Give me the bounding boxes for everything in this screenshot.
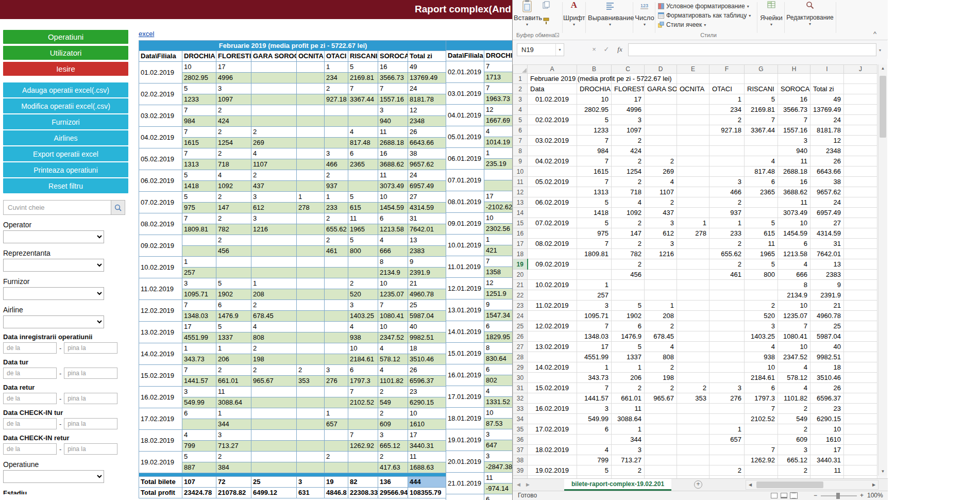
sheet-cell[interactable]: 01.02.2019	[528, 94, 577, 105]
sheet-cell[interactable]	[745, 465, 778, 476]
sheet-cell[interactable]	[677, 125, 709, 136]
sheet-cell[interactable]	[844, 84, 877, 94]
sheet-cell[interactable]	[844, 311, 877, 321]
sheet-cell[interactable]	[677, 414, 709, 424]
sheet-cell[interactable]	[844, 218, 877, 228]
sheet-cell[interactable]: 18.02.2019	[528, 445, 577, 455]
nav-button[interactable]: Utilizatori	[3, 46, 128, 60]
row-header-23[interactable]: 23	[513, 301, 528, 311]
search-button[interactable]	[111, 200, 125, 215]
row-header-13[interactable]: 13	[513, 197, 528, 208]
sheet-cell[interactable]: 456	[612, 270, 645, 280]
sheet-cell[interactable]	[745, 74, 778, 84]
sheet-cell[interactable]: 8	[778, 280, 810, 290]
sheet-cell[interactable]: 437	[645, 208, 677, 218]
sheet-cell[interactable]	[645, 146, 677, 156]
sheet-cell[interactable]: 7	[778, 115, 810, 125]
sheet-cell[interactable]	[577, 259, 612, 270]
formula-enter-button[interactable]: ✓	[601, 45, 612, 53]
sheet-cell[interactable]	[709, 362, 745, 373]
sheet-cell[interactable]	[709, 301, 745, 311]
sheet-cell[interactable]	[612, 280, 645, 290]
nav-button[interactable]: Operatiuni	[3, 30, 128, 44]
sheet-cell[interactable]: 4	[745, 156, 778, 166]
sheet-cell[interactable]: 940	[778, 146, 810, 156]
sheet-cell[interactable]: 7	[577, 136, 612, 146]
sheet-cell[interactable]: 782	[612, 249, 645, 259]
sheet-cell[interactable]	[677, 239, 709, 249]
sheet-cell[interactable]: 06.02.2019	[528, 197, 577, 208]
sheet-cell[interactable]	[677, 115, 709, 125]
sheet-cell[interactable]: 19.02.2019	[528, 465, 577, 476]
sheet-cell[interactable]	[677, 301, 709, 311]
sheet-cell[interactable]: 4960.78	[810, 311, 844, 321]
sheet-cell[interactable]: 7	[577, 321, 612, 331]
sheet-cell[interactable]	[844, 208, 877, 218]
date-to-input[interactable]	[64, 342, 117, 354]
sheet-cell[interactable]: 5	[577, 218, 612, 228]
sheet-cell[interactable]: 1	[577, 280, 612, 290]
sheet-cell[interactable]: 10	[745, 362, 778, 373]
alignment-menu-button[interactable]: Выравнивание ▾	[588, 0, 632, 27]
sheet-cell[interactable]: 353	[677, 393, 709, 404]
sheet-cell[interactable]: 40	[810, 342, 844, 352]
sheet-cell[interactable]: 09.02.2019	[528, 259, 577, 270]
sheet-cell[interactable]	[844, 404, 877, 414]
sheet-cell[interactable]	[844, 465, 877, 476]
row-header-26[interactable]: 26	[513, 331, 528, 342]
sheet-cell[interactable]: 2	[612, 177, 645, 187]
sheet-cell[interactable]: 12	[810, 136, 844, 146]
sheet-cell[interactable]: 1235.07	[778, 311, 810, 321]
sheet-cell[interactable]: 1092	[612, 208, 645, 218]
row-header-24[interactable]: 24	[513, 311, 528, 321]
sheet-cell[interactable]: 2	[612, 218, 645, 228]
sheet-cell[interactable]	[528, 290, 577, 301]
row-header-31[interactable]: 31	[513, 383, 528, 393]
date-to-input[interactable]	[64, 393, 117, 404]
sheet-cell[interactable]	[844, 105, 877, 115]
sheet-cell[interactable]: 3	[612, 115, 645, 125]
sheet-cell[interactable]: 1557.16	[778, 125, 810, 136]
sheet-cell[interactable]	[844, 280, 877, 290]
sheet-cell[interactable]: 657	[709, 435, 745, 445]
sheet-cell[interactable]: 466	[709, 187, 745, 197]
column-header-C[interactable]: C	[612, 65, 645, 74]
date-from-input[interactable]	[3, 368, 57, 379]
number-menu-button[interactable]: 123 Число ▾	[634, 0, 655, 27]
sheet-cell[interactable]	[709, 331, 745, 342]
action-button[interactable]: Furnizori	[3, 114, 128, 129]
sheet-cell[interactable]	[677, 259, 709, 270]
row-header-11[interactable]: 11	[513, 177, 528, 187]
sheet-cell[interactable]	[844, 352, 877, 362]
sheet-cell[interactable]: 16.02.2019	[528, 404, 577, 414]
sheet-cell[interactable]	[645, 270, 677, 280]
sheet-cell[interactable]: 234	[709, 105, 745, 115]
sheet-cell[interactable]: 10.02.2019	[528, 280, 577, 290]
horizontal-scroll-thumb[interactable]	[756, 481, 823, 488]
row-header-36[interactable]: 36	[513, 435, 528, 445]
sheet-cell[interactable]: 13	[810, 259, 844, 270]
sheet-cell[interactable]: 2	[778, 404, 810, 414]
page-layout-view-icon[interactable]	[781, 493, 787, 498]
sheet-cell[interactable]	[844, 393, 877, 404]
sheet-cell[interactable]	[709, 74, 745, 84]
sheet-cell[interactable]: 3	[778, 445, 810, 455]
sheet-cell[interactable]: 661.01	[612, 393, 645, 404]
sheet-cell[interactable]	[677, 74, 709, 84]
sheet-cell[interactable]: 2383	[810, 270, 844, 280]
sheet-cell[interactable]: 1418	[577, 208, 612, 218]
sheet-cell[interactable]: 9982.51	[810, 352, 844, 362]
sheet-cell[interactable]: 2	[645, 197, 677, 208]
sheet-cell[interactable]: 2	[677, 383, 709, 393]
sheet-cell[interactable]: 16	[778, 177, 810, 187]
sheet-cell[interactable]: 206	[612, 373, 645, 383]
sheet-cell[interactable]: 4996	[612, 105, 645, 115]
zoom-slider-thumb[interactable]	[836, 493, 840, 499]
sheet-tab[interactable]: bilete-raport-complex-19.02.201	[564, 479, 671, 491]
sheet-cell[interactable]: 1809.81	[577, 249, 612, 259]
sheet-cell[interactable]: 1	[709, 218, 745, 228]
sheet-cell[interactable]: 7	[577, 156, 612, 166]
sheet-cell[interactable]: 2802.95	[577, 105, 612, 115]
row-header-3[interactable]: 3	[513, 94, 528, 105]
sheet-cell[interactable]: 147	[612, 228, 645, 239]
